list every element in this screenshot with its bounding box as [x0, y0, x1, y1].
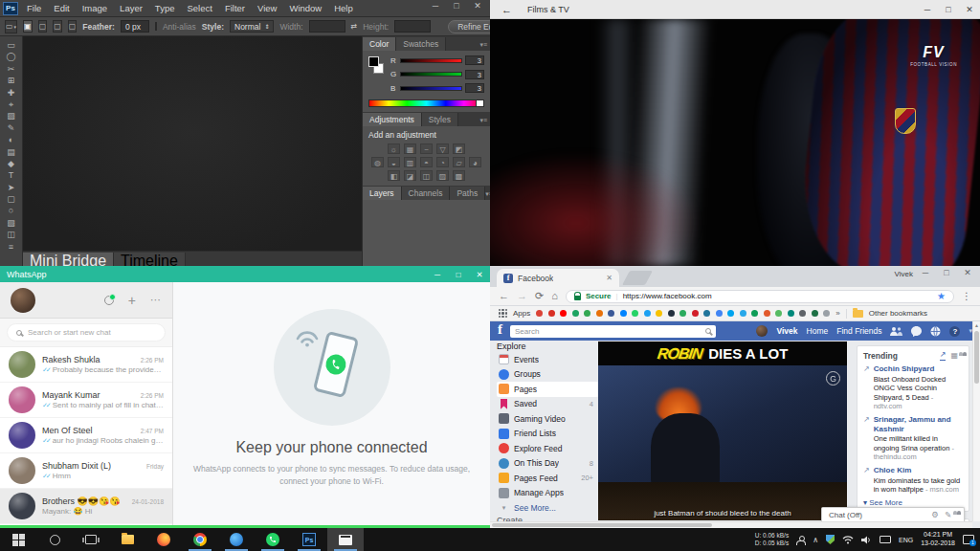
sidebar-item-pages[interactable]: Pages: [497, 382, 598, 397]
menu-icon[interactable]: ⋯: [150, 294, 162, 306]
volume-icon[interactable]: [861, 531, 872, 548]
swap-dimensions-icon[interactable]: ⇄: [351, 22, 358, 31]
menu-image[interactable]: Image: [82, 3, 107, 13]
trending-see-more[interactable]: ▾ See More: [863, 498, 963, 507]
ps-tool-1[interactable]: ◯: [6, 51, 15, 62]
sidebar-item-gaming-video[interactable]: Gaming Video: [497, 411, 598, 427]
minimize-icon[interactable]: ─: [915, 268, 936, 277]
photoshop-button[interactable]: Ps: [291, 528, 327, 551]
channel-value[interactable]: 3: [465, 55, 484, 65]
panel-menu-icon[interactable]: ▾≡: [479, 41, 490, 51]
url-text[interactable]: https://www.facebook.com: [623, 292, 712, 300]
films-tv-button[interactable]: [327, 528, 364, 551]
scrollbar-thumb[interactable]: [492, 523, 712, 527]
bookmark-favicon-11[interactable]: [668, 310, 675, 317]
bookmark-favicon-6[interactable]: [608, 310, 614, 317]
chat-list-item[interactable]: Mayank Kumar2:26 PM✓✓Sent to mainly pal …: [0, 383, 172, 418]
bookmarks-overflow-icon[interactable]: »: [835, 309, 839, 318]
layers-tab-layers[interactable]: Layers: [363, 187, 402, 200]
panel-menu-icon[interactable]: ▾≡: [479, 117, 490, 126]
bookmark-favicon-20[interactable]: [775, 310, 782, 317]
sidebar-item-explore-feed[interactable]: Explore Feed: [497, 441, 598, 456]
adjustment-icon[interactable]: ▥: [404, 157, 416, 167]
bookmark-favicon-8[interactable]: [632, 310, 638, 317]
touch-keyboard-icon[interactable]: [880, 536, 891, 543]
height-input[interactable]: [394, 20, 431, 33]
find-friends-link[interactable]: Find Friends: [836, 326, 881, 336]
video-player[interactable]: FV FOOTBALL VISION: [490, 19, 980, 266]
close-icon[interactable]: ✕: [469, 270, 490, 279]
menu-filter[interactable]: Filter: [225, 3, 245, 13]
bookmark-favicon-22[interactable]: [799, 310, 806, 317]
adjustment-icon[interactable]: ◧: [388, 170, 400, 181]
ps-tool-12[interactable]: ➤: [8, 182, 15, 193]
adjustment-icon[interactable]: ▩: [453, 170, 465, 181]
bookmark-favicon-0[interactable]: [536, 310, 543, 317]
menu-view[interactable]: View: [257, 3, 277, 13]
whatsapp-button[interactable]: [255, 528, 291, 551]
ps-tool-17[interactable]: ≡: [9, 241, 13, 253]
people-icon[interactable]: [796, 536, 805, 544]
sidebar-item-on-this-day[interactable]: On This Day8: [497, 456, 598, 472]
menu-window[interactable]: Window: [289, 3, 322, 13]
ps-tool-6[interactable]: ▨: [7, 110, 15, 121]
adjustment-icon[interactable]: ◍: [371, 157, 384, 167]
trending-politics-icon[interactable]: ▦: [950, 351, 958, 360]
bookmark-favicon-13[interactable]: [692, 310, 699, 317]
secure-label[interactable]: Secure: [586, 292, 612, 300]
adjustment-icon[interactable]: ◪: [404, 170, 416, 181]
cortana-button[interactable]: [36, 528, 73, 551]
ps-tool-2[interactable]: ✂: [8, 63, 15, 75]
bookmark-favicon-7[interactable]: [620, 310, 627, 317]
start-button[interactable]: [0, 528, 36, 551]
minimize-icon[interactable]: ─: [427, 270, 448, 279]
channel-value[interactable]: 3: [465, 70, 484, 79]
feather-input[interactable]: 0 px: [121, 20, 149, 33]
trending-item[interactable]: ↗Srinagar, Jammu and KashmirOne militant…: [863, 415, 963, 462]
bookmark-favicon-1[interactable]: [548, 310, 555, 317]
photoshop-canvas[interactable]: [23, 36, 362, 251]
chat-bar[interactable]: Chat (Off) ⚙ ✎: [821, 507, 965, 521]
profile-link[interactable]: Vivek: [776, 326, 797, 336]
home-link[interactable]: Home: [807, 326, 829, 336]
bookmark-favicon-15[interactable]: [716, 310, 723, 317]
apps-grid-icon[interactable]: [499, 309, 507, 318]
other-bookmarks-label[interactable]: Other bookmarks: [869, 309, 927, 318]
bookmark-favicon-19[interactable]: [764, 310, 770, 317]
avatar[interactable]: [756, 325, 768, 337]
horizontal-scrollbar[interactable]: [490, 521, 972, 528]
adjustment-icon[interactable]: ☼: [388, 143, 400, 154]
bookmark-favicon-24[interactable]: [823, 310, 830, 317]
selection-add-icon[interactable]: ▢: [38, 20, 48, 33]
menu-layer[interactable]: Layer: [120, 3, 143, 13]
address-bar[interactable]: Secure | https://www.facebook.com ★: [566, 290, 954, 303]
chat-list-item[interactable]: Shubham Dixit (L)Friday✓✓Hmm: [0, 453, 172, 489]
help-icon[interactable]: ?: [949, 326, 960, 337]
minimize-icon[interactable]: ─: [425, 1, 446, 11]
adjustment-icon[interactable]: ▨: [436, 170, 449, 181]
trending-top-icon[interactable]: ↗: [940, 350, 947, 361]
ps-tool-16[interactable]: ◫: [7, 229, 15, 240]
marquee-tool-preset-icon[interactable]: ▭▾: [5, 20, 17, 33]
adjustment-icon[interactable]: ◔: [436, 157, 449, 167]
facebook-video-post[interactable]: ROBIN DIES A LOT G just Batman of should…: [598, 342, 847, 520]
bookmark-favicon-21[interactable]: [788, 310, 794, 317]
bookmark-favicon-23[interactable]: [812, 310, 818, 317]
back-icon[interactable]: ←: [499, 291, 509, 301]
chat-list-item[interactable]: Brothers 😎😎😘😘24-01-2018Mayank: 😂 Hi: [0, 489, 172, 524]
notifications-icon[interactable]: [930, 326, 941, 337]
sidebar-item-see-more[interactable]: ▾See More...: [497, 500, 598, 516]
adjust-tab-styles[interactable]: Styles: [422, 113, 458, 126]
layers-tab-channels[interactable]: Channels: [402, 187, 451, 200]
messages-icon[interactable]: [911, 326, 922, 337]
width-input[interactable]: [309, 20, 345, 33]
menu-file[interactable]: File: [27, 3, 41, 13]
adjustment-icon[interactable]: ◩: [453, 143, 465, 154]
minimize-icon[interactable]: ─: [917, 5, 938, 14]
menu-type[interactable]: Type: [155, 3, 175, 13]
ps-tool-8[interactable]: ◐: [9, 134, 13, 145]
trending-item[interactable]: ↗Cochin ShipyardBlast Onboard Docked ONG…: [863, 364, 963, 411]
adjustment-icon[interactable]: ◫: [420, 170, 433, 181]
close-icon[interactable]: ✕: [957, 268, 978, 277]
channel-value[interactable]: 3: [465, 83, 484, 93]
